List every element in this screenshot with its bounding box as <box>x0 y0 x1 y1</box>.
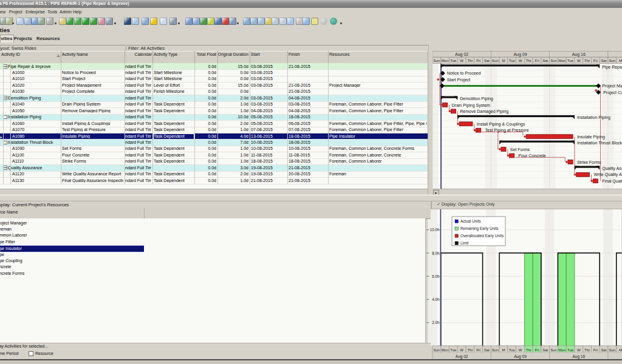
svg-text:Demolition Piping: Demolition Piping <box>460 96 493 101</box>
svg-text:Fri: Fri <box>535 348 539 352</box>
svg-text:Aug 16: Aug 16 <box>572 52 586 57</box>
svg-text:M: M <box>502 348 505 352</box>
svg-text:Sat: Sat <box>484 59 490 62</box>
svg-text:Aug 09: Aug 09 <box>513 52 527 57</box>
svg-text:Thr: Thr <box>526 348 531 352</box>
svg-text:Tue: Tue <box>567 59 574 62</box>
svg-text:Installation Thrust Block: Installation Thrust Block <box>577 141 622 145</box>
svg-text:Mon: Mon <box>442 59 449 62</box>
svg-text:Sat: Sat <box>601 59 607 62</box>
svg-text:W: W <box>577 348 581 352</box>
svg-text:Notice to Proceed: Notice to Proceed <box>447 71 481 75</box>
svg-text:Sat: Sat <box>542 348 548 352</box>
svg-text:Sun: Sun <box>550 59 557 62</box>
svg-text:Sun: Sun <box>550 348 557 352</box>
svg-text:4.0h: 4.0h <box>432 297 440 302</box>
svg-text:Aug 02: Aug 02 <box>456 354 468 359</box>
svg-text:Tue: Tue <box>450 59 457 62</box>
svg-text:Thr: Thr <box>584 59 590 62</box>
svg-text:Overallocated Early Units: Overallocated Early Units <box>460 234 504 238</box>
svg-text:M: M <box>502 59 505 62</box>
svg-text:M: M <box>619 59 622 62</box>
svg-text:Sun: Sun <box>609 348 615 352</box>
svg-text:Sat: Sat <box>542 59 548 62</box>
svg-text:Mon: Mon <box>558 59 566 62</box>
svg-text:Tue: Tue <box>509 348 516 352</box>
svg-text:Mon: Mon <box>442 348 449 352</box>
svg-text:Fri: Fri <box>593 348 598 352</box>
svg-text:Pipe Repair & Improve: Pipe Repair & Improve <box>602 65 622 70</box>
svg-text:Tue: Tue <box>450 348 457 352</box>
svg-text:W: W <box>519 59 522 62</box>
svg-text:Install Piping & Couplings: Install Piping & Couplings <box>477 122 525 127</box>
svg-text:Sun: Sun <box>434 59 440 62</box>
svg-text:Fri: Fri <box>476 59 480 62</box>
svg-text:Aug 16: Aug 16 <box>572 354 585 359</box>
svg-text:Test Piping at Pressure: Test Piping at Pressure <box>485 128 529 133</box>
svg-text:Set Forms: Set Forms <box>510 147 530 152</box>
svg-text:Fri: Fri <box>593 59 598 62</box>
svg-text:Quality Assurance: Quality Assurance <box>602 166 622 171</box>
svg-text:Write Quality Assurance Report: Write Quality Assurance Report <box>593 172 622 177</box>
svg-text:Aug 02: Aug 02 <box>455 52 468 57</box>
svg-text:Limit: Limit <box>460 241 469 245</box>
svg-text:Thr: Thr <box>467 59 473 62</box>
svg-text:Tue: Tue <box>567 348 574 352</box>
svg-text:Start Project: Start Project <box>447 78 471 83</box>
svg-text:M: M <box>619 348 622 352</box>
svg-text:Final Quality Assurance Inspec: Final Quality Assurance Inspection <box>602 179 622 184</box>
svg-text:Tue: Tue <box>509 59 516 62</box>
svg-text:Sun: Sun <box>492 59 499 62</box>
svg-text:Sat: Sat <box>601 348 607 352</box>
svg-text:Strike Forms: Strike Forms <box>577 160 601 164</box>
svg-text:Thr: Thr <box>526 59 531 62</box>
svg-text:Project Manager: Project Manager <box>602 84 622 89</box>
svg-text:8.0h: 8.0h <box>432 251 440 255</box>
svg-text:Pour Concrete: Pour Concrete <box>519 153 546 158</box>
svg-text:Thr: Thr <box>467 348 473 352</box>
svg-text:Actual Units: Actual Units <box>460 219 481 223</box>
svg-text:Remaining Early Units: Remaining Early Units <box>460 226 498 231</box>
svg-text:Thr: Thr <box>584 348 590 352</box>
svg-text:Aug 09: Aug 09 <box>514 354 527 359</box>
svg-text:W: W <box>577 59 581 62</box>
svg-text:Fri: Fri <box>535 59 539 62</box>
svg-text:2.0h: 2.0h <box>432 320 440 325</box>
svg-text:Drain Piping System: Drain Piping System <box>452 103 491 108</box>
svg-text:Sun: Sun <box>609 59 615 62</box>
svg-text:Sun: Sun <box>434 348 440 352</box>
svg-text:6.0h: 6.0h <box>432 274 440 278</box>
svg-text:W: W <box>460 348 463 352</box>
svg-text:Project Complete: Project Complete <box>603 90 622 95</box>
svg-text:Insulate Piping: Insulate Piping <box>577 135 605 140</box>
svg-text:Remove Damaged Piping: Remove Damaged Piping <box>460 109 508 114</box>
svg-text:W: W <box>460 59 463 62</box>
svg-text:Mon: Mon <box>558 348 566 352</box>
svg-text:W: W <box>519 348 522 352</box>
svg-text:Fri: Fri <box>476 348 480 352</box>
svg-text:10.0h: 10.0h <box>430 228 440 232</box>
svg-text:Installation Piping: Installation Piping <box>577 115 610 120</box>
svg-text:Sat: Sat <box>484 348 490 352</box>
svg-text:Sun: Sun <box>492 348 499 352</box>
